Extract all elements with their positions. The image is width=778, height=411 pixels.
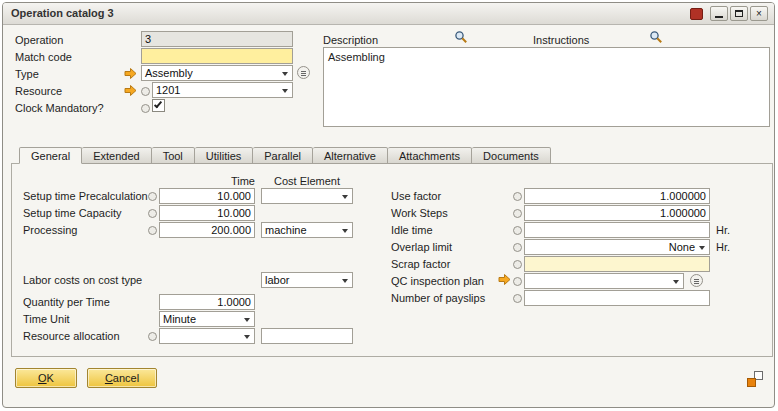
- minimize-button[interactable]: [710, 6, 728, 21]
- setup-precalc-indicator-icon: [148, 192, 157, 201]
- processing-indicator-icon: [148, 226, 157, 235]
- setup-precalc-label: Setup time Precalculation: [23, 189, 148, 204]
- setup-precalc-time-field[interactable]: 10.000: [159, 188, 255, 204]
- quantity-per-time-label: Quantity per Time: [23, 295, 110, 310]
- work-steps-indicator-icon: [513, 209, 522, 218]
- tab-general[interactable]: General: [19, 147, 82, 164]
- labor-costs-select[interactable]: labor: [261, 272, 353, 288]
- payslips-field[interactable]: [524, 290, 710, 306]
- resource-link-arrow-icon[interactable]: [124, 84, 137, 99]
- check-icon: [154, 100, 162, 109]
- time-column-header: Time: [159, 174, 255, 189]
- overlap-limit-select[interactable]: None: [524, 239, 710, 255]
- scrap-factor-indicator-icon: [513, 260, 522, 269]
- close-button[interactable]: ×: [750, 6, 768, 21]
- qc-plan-indicator-icon: [513, 277, 522, 286]
- idle-time-indicator-icon: [513, 226, 522, 235]
- work-steps-field[interactable]: 1.000000: [524, 205, 710, 221]
- cost-element-column-header: Cost Element: [261, 174, 353, 189]
- description-magnifier-icon[interactable]: [454, 30, 468, 46]
- type-options-icon[interactable]: [297, 66, 310, 79]
- resource-allocation-label: Resource allocation: [23, 329, 120, 344]
- setup-capacity-label: Setup time Capacity: [23, 206, 121, 221]
- processing-label: Processing: [23, 223, 77, 238]
- payslips-label: Number of payslips: [391, 291, 485, 306]
- instructions-magnifier-icon[interactable]: [649, 30, 663, 46]
- time-unit-label: Time Unit: [23, 312, 70, 327]
- qc-plan-label: QC inspection plan: [391, 274, 484, 289]
- resource-indicator-icon: [141, 87, 150, 96]
- overlap-limit-label: Overlap limit: [391, 240, 452, 255]
- title-bar[interactable]: Operation catalog 3 ×: [3, 3, 774, 25]
- resize-orange-square-icon: [747, 378, 756, 387]
- idle-time-field[interactable]: [524, 222, 710, 238]
- resource-allocation-extra-field[interactable]: [261, 328, 353, 344]
- clock-mandatory-checkbox[interactable]: [152, 99, 165, 112]
- overlap-limit-indicator-icon: [513, 243, 522, 252]
- type-link-arrow-icon[interactable]: [124, 67, 137, 82]
- type-select[interactable]: Assembly: [141, 65, 293, 81]
- resource-label: Resource: [15, 84, 62, 99]
- overlap-limit-unit-label: Hr.: [716, 240, 730, 255]
- instructions-label: Instructions: [533, 33, 589, 48]
- clock-mandatory-label: Clock Mandatory?: [15, 101, 104, 116]
- ok-button[interactable]: OK: [15, 368, 77, 388]
- tab-alternative[interactable]: Alternative: [313, 147, 388, 164]
- tab-attachments[interactable]: Attachments: [388, 147, 472, 164]
- resource-allocation-indicator-icon: [148, 332, 157, 341]
- use-factor-label: Use factor: [391, 189, 441, 204]
- time-unit-select[interactable]: Minute: [159, 311, 255, 327]
- setup-precalc-cost-select[interactable]: [261, 188, 353, 204]
- cancel-button[interactable]: Cancel: [87, 368, 157, 388]
- window-accent-icon: [690, 8, 703, 20]
- setup-capacity-time-field[interactable]: 10.000: [159, 205, 255, 221]
- minimize-icon: [715, 16, 723, 18]
- payslips-indicator-icon: [513, 294, 522, 303]
- tab-parallel[interactable]: Parallel: [253, 147, 313, 164]
- resource-select[interactable]: 1201: [152, 82, 293, 98]
- description-label: Description: [323, 33, 378, 48]
- maximize-icon: [735, 10, 743, 17]
- window-title: Operation catalog 3: [11, 7, 114, 19]
- labor-costs-label: Labor costs on cost type: [23, 273, 142, 288]
- idle-time-unit-label: Hr.: [716, 223, 730, 238]
- operation-catalog-window: Operation catalog 3 × Operation 3 Match …: [2, 2, 775, 408]
- use-factor-indicator-icon: [513, 192, 522, 201]
- clock-indicator-icon: [141, 104, 150, 113]
- tab-documents[interactable]: Documents: [472, 147, 551, 164]
- qc-plan-link-arrow-icon[interactable]: [498, 273, 511, 288]
- qc-plan-options-icon[interactable]: [690, 274, 703, 287]
- window-controls: ×: [690, 6, 768, 21]
- quantity-per-time-field[interactable]: 1.0000: [159, 294, 255, 310]
- scrap-factor-label: Scrap factor: [391, 257, 450, 272]
- description-textarea[interactable]: Assembling: [323, 47, 770, 127]
- match-code-field[interactable]: [141, 48, 293, 64]
- match-code-label: Match code: [15, 50, 72, 65]
- operation-label: Operation: [15, 33, 63, 48]
- processing-cost-select[interactable]: machine: [261, 222, 353, 238]
- tab-utilities[interactable]: Utilities: [195, 147, 253, 164]
- tab-bar: General Extended Tool Utilities Parallel…: [19, 147, 551, 164]
- resource-allocation-select[interactable]: [159, 328, 255, 344]
- window-resize-icon[interactable]: [747, 371, 763, 387]
- maximize-button[interactable]: [730, 6, 748, 21]
- setup-capacity-indicator-icon: [148, 209, 157, 218]
- use-factor-field[interactable]: 1.000000: [524, 188, 710, 204]
- scrap-factor-field[interactable]: [524, 256, 710, 272]
- processing-time-field[interactable]: 200.000: [159, 222, 255, 238]
- work-steps-label: Work Steps: [391, 206, 448, 221]
- operation-field: 3: [141, 31, 293, 47]
- qc-plan-select[interactable]: [524, 273, 684, 289]
- tab-tool[interactable]: Tool: [152, 147, 195, 164]
- idle-time-label: Idle time: [391, 223, 433, 238]
- tab-extended[interactable]: Extended: [82, 147, 151, 164]
- close-icon: ×: [756, 9, 762, 19]
- type-label: Type: [15, 67, 39, 82]
